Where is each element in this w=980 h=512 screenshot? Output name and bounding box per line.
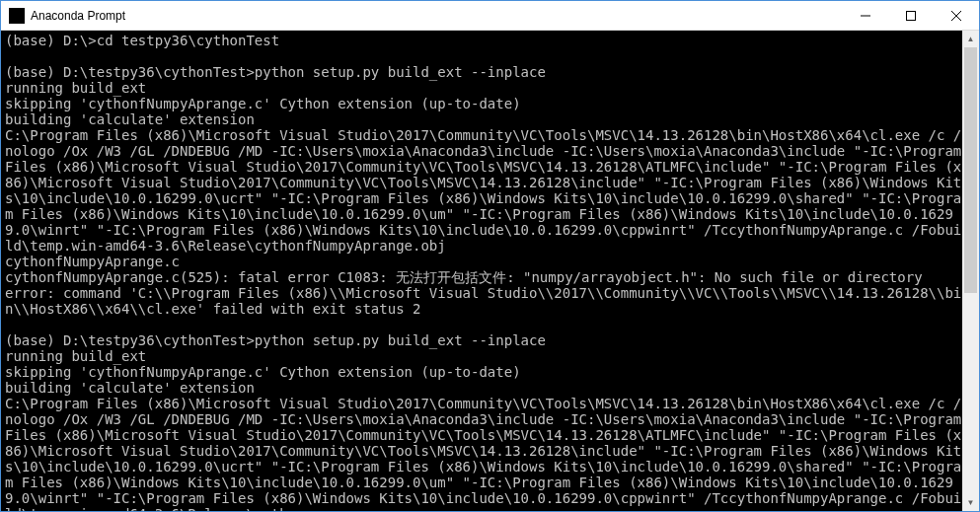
terminal-line: C:\Program Files (x86)\Microsoft Visual … bbox=[5, 396, 962, 511]
terminal-line: skipping 'cythonfNumpyAprange.c' Cython … bbox=[5, 364, 962, 380]
terminal-line: C:\Program Files (x86)\Microsoft Visual … bbox=[5, 127, 962, 254]
scroll-thumb[interactable] bbox=[964, 47, 977, 293]
terminal-area: (base) D:\>cd testpy36\cythonTest(base) … bbox=[1, 31, 979, 511]
vertical-scrollbar[interactable]: ▲ ▼ bbox=[962, 31, 979, 511]
terminal-line bbox=[5, 317, 962, 332]
scroll-up-arrow[interactable]: ▲ bbox=[962, 31, 979, 47]
terminal-line: skipping 'cythonfNumpyAprange.c' Cython … bbox=[5, 96, 962, 111]
terminal-line: (base) D:\>cd testpy36\cythonTest bbox=[5, 33, 962, 48]
app-icon bbox=[9, 8, 25, 24]
terminal-line: cythonfNumpyAprange.c bbox=[5, 254, 962, 269]
terminal-line bbox=[5, 48, 962, 64]
close-icon bbox=[951, 11, 961, 21]
terminal-line: running build_ext bbox=[5, 80, 962, 96]
terminal-line: cythonfNumpyAprange.c(525): fatal error … bbox=[5, 269, 962, 285]
close-button[interactable] bbox=[934, 1, 979, 30]
scroll-track[interactable] bbox=[962, 47, 979, 494]
terminal-line: error: command 'C:\\Program Files (x86)\… bbox=[5, 285, 962, 317]
scroll-down-arrow[interactable]: ▼ bbox=[962, 494, 979, 511]
maximize-button[interactable] bbox=[888, 1, 934, 30]
terminal-output[interactable]: (base) D:\>cd testpy36\cythonTest(base) … bbox=[1, 31, 962, 511]
minimize-icon bbox=[861, 11, 870, 21]
window-titlebar[interactable]: Anaconda Prompt bbox=[1, 1, 979, 31]
svg-rect-1 bbox=[907, 11, 916, 20]
window-controls bbox=[843, 1, 979, 30]
terminal-line: (base) D:\testpy36\cythonTest>python set… bbox=[5, 64, 962, 80]
terminal-line: running build_ext bbox=[5, 348, 962, 364]
terminal-line: building 'calculate' extension bbox=[5, 380, 962, 396]
maximize-icon bbox=[906, 11, 916, 21]
terminal-line: (base) D:\testpy36\cythonTest>python set… bbox=[5, 332, 962, 348]
window-title: Anaconda Prompt bbox=[31, 9, 843, 23]
minimize-button[interactable] bbox=[843, 1, 888, 30]
terminal-line: building 'calculate' extension bbox=[5, 111, 962, 127]
